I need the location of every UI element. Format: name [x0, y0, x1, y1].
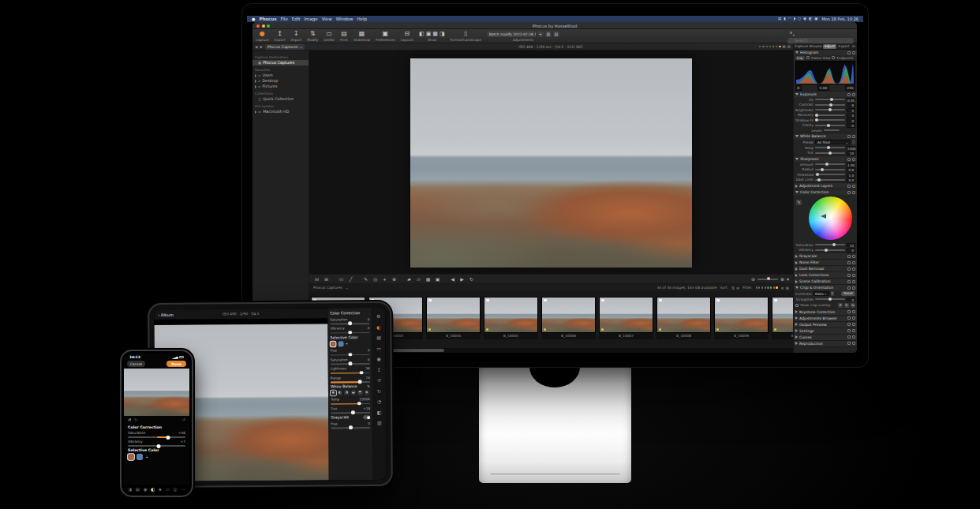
collapsed-section-header[interactable]: Grayscale	[794, 253, 857, 259]
import-button[interactable]: ↧ Import	[290, 30, 301, 42]
color-wheel[interactable]	[809, 196, 852, 240]
section-reset-icon[interactable]	[847, 261, 851, 264]
slider-track[interactable]	[128, 445, 185, 447]
slider-knob[interactable]	[351, 411, 355, 415]
disclosure-icon[interactable]	[255, 80, 256, 83]
notification-icon[interactable]: ▣	[814, 16, 817, 22]
filter-dot[interactable]	[767, 286, 769, 288]
current-folder-label[interactable]: Phocus Captures	[313, 286, 342, 290]
filmstrip-thumbnail[interactable]: B_10008	[656, 297, 711, 339]
slider-track[interactable]	[331, 354, 370, 356]
section-menu-icon[interactable]	[852, 310, 855, 313]
preferences-button[interactable]: ▣ Preferences	[376, 30, 395, 42]
delete-icon[interactable]: ▥	[377, 420, 382, 425]
slider-knob[interactable]	[348, 353, 352, 357]
slider-track[interactable]	[815, 114, 845, 116]
section-menu-icon[interactable]	[852, 274, 855, 277]
next-image-icon[interactable]: ▶	[458, 275, 466, 283]
export-icon[interactable]: ↥	[377, 367, 381, 372]
slider-value[interactable]: 8	[847, 103, 855, 107]
undo-icon[interactable]: ↺	[128, 417, 131, 422]
collapsed-section-header[interactable]: Adjustment Layers	[794, 183, 857, 189]
thumbnail-image[interactable]	[541, 297, 596, 333]
slider-knob[interactable]	[832, 243, 836, 246]
disclosure-icon[interactable]	[795, 185, 798, 188]
rotate-left-icon[interactable]: ↺	[838, 303, 843, 308]
slider-value[interactable]: 0.45	[847, 98, 855, 103]
disclosure-icon[interactable]	[795, 329, 798, 332]
list-view-icon[interactable]: ⊟	[787, 44, 791, 49]
wb-flash-icon[interactable]: ◈	[364, 390, 369, 395]
slider-knob[interactable]	[827, 146, 830, 149]
batch-add-icon[interactable]: +	[537, 31, 544, 37]
slider-knob[interactable]	[827, 124, 830, 127]
thumbnail-image[interactable]	[426, 297, 481, 333]
settings-icon[interactable]: ⚙	[376, 313, 380, 319]
filmstrip-thumbnail[interactable]: B_10010	[772, 297, 793, 339]
back-icon[interactable]: ◀	[255, 45, 257, 49]
slider-track[interactable]	[815, 179, 845, 181]
section-header[interactable]: Exposure	[794, 92, 857, 97]
crop-icon[interactable]: ▭	[166, 487, 170, 492]
rating-dot[interactable]	[769, 46, 771, 47]
rating-dot[interactable]	[762, 46, 764, 47]
section-menu-icon[interactable]	[852, 335, 855, 339]
slider-knob[interactable]	[817, 178, 821, 182]
slider-knob[interactable]	[357, 402, 361, 406]
disclosure-icon[interactable]	[255, 85, 256, 88]
endpoints-checkbox[interactable]	[832, 56, 835, 59]
disclosure-icon[interactable]	[795, 191, 799, 193]
section-menu-icon[interactable]	[852, 158, 855, 161]
disclosure-icon[interactable]	[795, 280, 798, 283]
slider-knob[interactable]	[166, 436, 170, 440]
disclosure-icon[interactable]	[795, 158, 799, 160]
location-dropdown[interactable]: Phocus Captures ⌄	[265, 44, 305, 50]
slider-track[interactable]	[331, 372, 370, 374]
disclosure-icon[interactable]	[795, 342, 798, 345]
scrollbar-thumb[interactable]	[391, 349, 444, 352]
rotate-icon[interactable]: ↻	[468, 275, 475, 283]
slider-knob[interactable]	[156, 444, 160, 448]
sidebar-row[interactable]: ▢ Quick Collection	[252, 96, 309, 102]
mode-tab[interactable]: Adjust	[823, 44, 836, 49]
wb-tungsten-icon[interactable]: ◓	[357, 390, 363, 395]
slider-track[interactable]	[815, 163, 845, 165]
filmstrip-thumbnail[interactable]: B_10004	[426, 297, 481, 339]
batch-paste-icon[interactable]: ▤	[553, 31, 559, 37]
slider-value[interactable]: 0	[847, 118, 855, 123]
crop-reset-button[interactable]: Reset	[841, 291, 855, 296]
section-header[interactable]: Sharpness	[794, 156, 857, 162]
slider-track[interactable]	[331, 363, 370, 365]
menubar-item[interactable]: View	[322, 16, 332, 22]
prev-image-icon[interactable]: ◀	[449, 275, 456, 283]
spotlight-icon[interactable]: ○	[798, 16, 801, 22]
slider-track[interactable]	[815, 152, 845, 154]
filter-dot[interactable]	[758, 286, 760, 288]
slider-value[interactable]: 0	[847, 123, 855, 128]
section-menu-icon[interactable]	[852, 323, 855, 326]
clone-tool-icon[interactable]: ▰	[406, 275, 413, 283]
grid-overlay-icon[interactable]: ▦	[425, 275, 432, 283]
slider-track[interactable]	[815, 169, 845, 170]
main-image[interactable]	[410, 58, 692, 268]
section-reset-icon[interactable]	[847, 329, 851, 332]
wb-preset-dropdown[interactable]: As Shot ⌄	[815, 140, 851, 144]
collapsed-section-header[interactable]: Keystone Correction	[794, 309, 857, 315]
user-icon[interactable]: ◉	[803, 16, 806, 22]
slider-knob[interactable]	[821, 168, 824, 171]
cancel-button[interactable]: Cancel	[127, 361, 145, 367]
crop-icon[interactable]: ▭	[376, 346, 381, 351]
menubar-clock[interactable]: Mon 28 Feb. 10:26	[821, 16, 858, 22]
undo-icon[interactable]: ↺	[377, 377, 381, 383]
section-menu-icon[interactable]	[852, 135, 855, 138]
section-menu-icon[interactable]	[852, 329, 855, 332]
detail-icon[interactable]: ◈	[159, 487, 162, 492]
sidebar-row[interactable]: Collections	[252, 91, 309, 96]
slider-value[interactable]: 0	[847, 113, 855, 118]
crop-tool-icon[interactable]: ▭	[338, 275, 345, 283]
collapsed-section-header[interactable]: Reproduction	[794, 341, 857, 346]
section-reset-icon[interactable]	[847, 274, 851, 277]
slider-track[interactable]	[815, 109, 845, 110]
contrast-icon[interactable]: ◐	[151, 487, 155, 492]
filmstrip-thumbnail[interactable]: B_10009	[714, 297, 769, 339]
